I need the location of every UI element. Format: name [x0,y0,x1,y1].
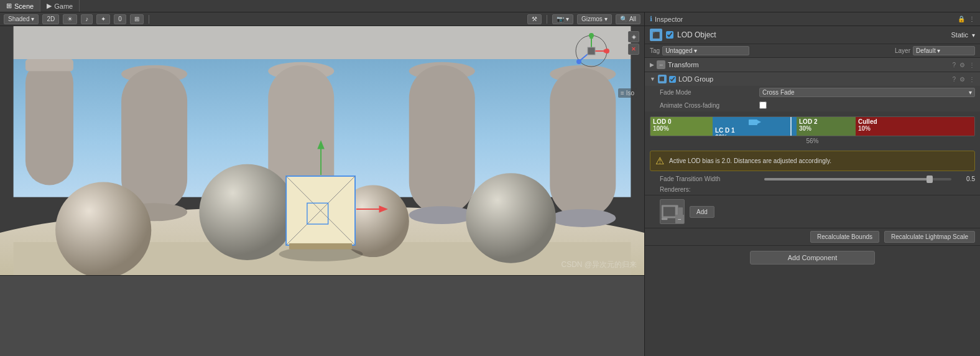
transform-foldout-icon: ▶ [650,62,654,68]
transform-component: ▶ ↔ Transform ? ⚙ ⋮ [645,58,980,72]
gizmos-btn[interactable]: Gizmos ▾ [577,14,612,24]
tag-dropdown[interactable]: Untagged ▾ [662,46,749,55]
viewport-bottom [0,275,644,356]
static-label: Static [951,31,968,39]
viewport-panel: Shaded ▾ 2D ☀ ♪ ✦ 0 ⊞ [0,12,644,356]
game-tab-label: Game [54,2,73,10]
gizmos-chevron: ▾ [604,16,608,22]
svg-point-14 [409,206,475,224]
layer-chevron-icon: ▾ [937,47,940,54]
svg-marker-44 [757,120,761,124]
lod-group-help-icon[interactable]: ? [952,76,956,83]
camera-chevron: ▾ [566,16,569,22]
svg-rect-47 [663,207,675,216]
add-component-row: Add Component [645,246,980,269]
inspector-menu-icon[interactable]: ⋮ [969,16,975,22]
renderer-add-btn[interactable]: Add [690,206,714,218]
lod-0-segment[interactable]: LOD 0 100% [650,117,713,136]
static-dropdown[interactable]: ▾ [972,32,975,39]
add-component-btn[interactable]: Add Component [750,251,876,265]
svg-point-41 [589,33,594,38]
lod-1-segment[interactable]: LC D 1 60% [713,117,797,136]
transform-settings-icon[interactable]: ⚙ [959,62,965,68]
camera-indicator-icon [749,118,761,126]
inspector-title: Inspector [655,16,958,23]
lock-icon[interactable]: 🔒 [958,16,965,22]
grid-btn[interactable]: ⊞ [130,14,144,24]
fade-mode-chevron: ▾ [969,89,972,96]
fade-mode-dropdown[interactable]: Cross Fade ▾ [759,88,975,97]
tools-icon: ⚒ [532,16,537,22]
grid-icon: ⊞ [134,16,139,22]
fade-mode-value: Cross Fade [762,89,795,96]
culled-pct: 10% [858,125,972,132]
recalc-lightmap-btn[interactable]: Recalculate Lightmap Scale [884,231,975,243]
svg-rect-39 [588,47,595,55]
tools-btn[interactable]: ⚒ [527,14,542,24]
lod-indicator-line [790,117,792,136]
svg-rect-4 [25,59,73,185]
tag-label: Tag [650,47,660,54]
tag-chevron-icon: ▾ [694,47,697,54]
renderers-header: Renderers: [645,184,980,195]
obj-active-checkbox[interactable] [666,31,673,39]
search-icon: 🔍 [620,16,627,22]
slider-thumb [927,176,933,183]
layer-dropdown[interactable]: Default ▾ [913,46,975,55]
transform-name: Transform [668,61,950,68]
shading-chevron: ▾ [31,16,34,22]
audio-btn[interactable]: ♪ [81,14,93,24]
lod-2-pct: 30% [799,125,853,132]
renderer-remove-btn[interactable]: − [675,215,684,223]
obj-cube-icon: ⬛ [650,29,662,41]
light-btn[interactable]: ☀ [63,14,77,24]
recalc-bounds-btn[interactable]: Recalculate Bounds [810,231,879,243]
search-btn[interactable]: 🔍 All [616,14,640,24]
scene-area: ◈ ✕ ≡ Iso CSDN @异次元的归来 [0,26,644,275]
lod-1-label: LC D 1 [715,127,794,134]
fade-mode-row: Fade Mode Cross Fade ▾ [645,86,980,99]
tab-game[interactable]: ▶ Game [40,0,80,12]
audio-icon: ♪ [85,16,88,22]
lod-group-menu-icon[interactable]: ⋮ [969,76,975,83]
lod-group-actions: ? ⚙ ⋮ [952,76,975,83]
obj-name: LOD Object [677,30,947,39]
inspector-header: ℹ Inspector 🔒 ⋮ [645,12,980,26]
transform-help-icon[interactable]: ? [952,62,956,68]
main-row: Shaded ▾ 2D ☀ ♪ ✦ 0 ⊞ [0,12,980,356]
transform-menu-icon[interactable]: ⋮ [969,62,975,68]
fade-transition-slider[interactable] [764,178,951,180]
lod-bar: LOD 0 100% LC D 1 60% [650,116,975,136]
light-icon: ☀ [67,16,73,22]
effects-btn[interactable]: ✦ [96,14,110,24]
animate-crossfade-row: Animate Cross-fading [645,99,980,111]
transform-header[interactable]: ▶ ↔ Transform ? ⚙ ⋮ [645,58,980,72]
stats-btn[interactable]: 0 [114,14,126,24]
lod-culled-segment[interactable]: Culled 10% [856,117,974,136]
animate-crossfade-checkbox[interactable] [759,101,767,109]
lod-bar-container: LOD 0 100% LC D 1 60% [645,111,980,148]
camera-btn[interactable]: 📷 ▾ [552,14,573,24]
svg-point-17 [550,209,616,227]
lod-group-checkbox[interactable] [669,76,676,83]
svg-point-21 [466,173,556,263]
nav-btn-x[interactable]: ✕ [628,44,639,55]
viewport-toolbar: Shaded ▾ 2D ☀ ♪ ✦ 0 ⊞ [0,12,644,26]
lod-0-pct: 100% [653,125,710,132]
watermark: CSDN @异次元的归来 [561,260,637,270]
axes-gizmo [573,32,610,70]
2d-toggle[interactable]: 2D [42,14,59,24]
lod-group-settings-icon[interactable]: ⚙ [959,76,965,83]
lod-group-component: ▼ ⬛ LOD Group ? ⚙ ⋮ Fade Mode Cross Fade [645,72,980,246]
svg-point-18 [55,182,151,275]
lod-2-segment[interactable]: LOD 2 30% [797,117,856,136]
tag-value: Untagged [665,47,692,54]
iso-label: ≡ Iso [618,88,637,98]
fade-transition-value: 0.5 [956,176,975,182]
lod-group-header[interactable]: ▼ ⬛ LOD Group ? ⚙ ⋮ [645,72,980,86]
shading-dropdown[interactable]: Shaded ▾ [4,14,39,24]
tab-scene[interactable]: ⊞ Scene [0,0,40,12]
nav-btn-1[interactable]: ◈ [628,31,639,42]
vp-controls-right: ◈ ✕ [628,31,639,55]
all-label: All [629,16,636,22]
